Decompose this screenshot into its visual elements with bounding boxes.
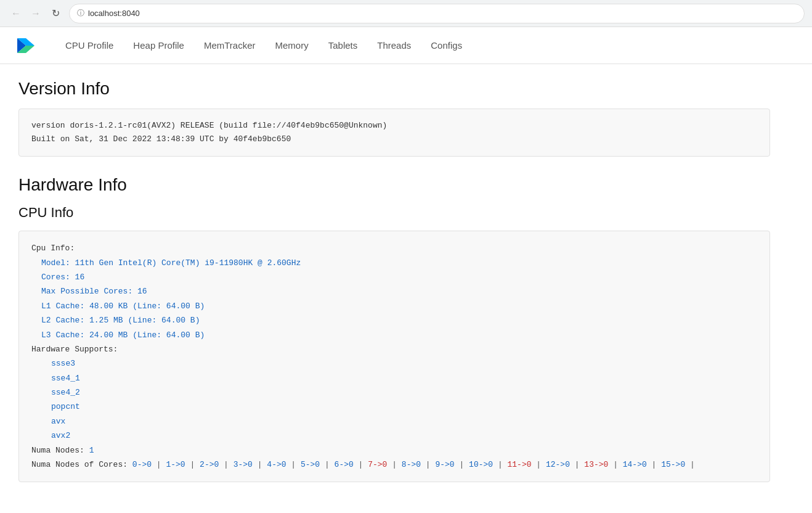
back-button[interactable]: ←: [7, 5, 25, 22]
nav-cpu-profile[interactable]: CPU Profile: [55, 35, 123, 55]
numa-nodes-label: Numa Nodes:: [31, 446, 89, 455]
url-text: localhost:8040: [88, 9, 140, 18]
version-info-title: Version Info: [18, 79, 770, 99]
numa-core-13: 13->0: [584, 460, 608, 469]
cpu-line-5: L2 Cache: 1.25 MB (Line: 64.00 B): [31, 313, 757, 327]
numa-core-2: 2->0: [200, 460, 219, 469]
cpu-hw-popcnt: popcnt: [31, 400, 757, 414]
browser-nav-buttons: ← → ↻: [7, 5, 64, 22]
cpu-info-box: Cpu Info: Model: 11th Gen Intel(R) Core(…: [18, 231, 770, 482]
cpu-hw-ssse3: ssse3: [31, 356, 757, 371]
numa-core-15: 15->0: [661, 460, 685, 469]
numa-core-8: 8->0: [402, 460, 421, 469]
numa-cores-line: Numa Nodes of Cores: 0->0 | 1->0 | 2->0 …: [31, 458, 757, 472]
numa-core-3: 3->0: [233, 460, 253, 469]
cpu-hw-sse42: sse4_2: [31, 385, 757, 400]
cpu-line-4: L1 Cache: 48.00 KB (Line: 64.00 B): [31, 299, 757, 313]
version-line2: Built on Sat, 31 Dec 2022 13:48:39 UTC b…: [31, 133, 757, 146]
numa-core-1: 1->0: [166, 460, 185, 469]
numa-core-5: 5->0: [301, 460, 320, 469]
nav-links: CPU Profile Heap Profile MemTracker Memo…: [55, 35, 472, 55]
cpu-line-6: L3 Cache: 24.00 MB (Line: 64.00 B): [31, 328, 757, 342]
numa-nodes-value: 1: [89, 446, 94, 455]
numa-core-0: 0->0: [132, 460, 152, 469]
reload-button[interactable]: ↻: [47, 5, 64, 22]
numa-core-12: 12->0: [546, 460, 570, 469]
cpu-hw-avx2: avx2: [31, 429, 757, 443]
cpu-hw-avx: avx: [31, 414, 757, 429]
doris-logo-icon: [12, 33, 37, 58]
numa-core-10: 10->0: [469, 460, 493, 469]
numa-core-6: 6->0: [335, 460, 354, 469]
address-bar[interactable]: ⓘ localhost:8040: [69, 4, 805, 23]
cpu-line-1: Model: 11th Gen Intel(R) Core(TM) i9-119…: [31, 256, 757, 270]
app-logo: [12, 33, 37, 58]
cpu-line-3: Max Possible Cores: 16: [31, 284, 757, 298]
cpu-hw-sse41: sse4_1: [31, 371, 757, 385]
main-content: Version Info version doris-1.2.1-rc01(AV…: [0, 64, 789, 497]
nav-memtracker[interactable]: MemTracker: [194, 35, 266, 55]
numa-cores-label: Numa Nodes of Cores:: [31, 460, 132, 469]
cpu-line-0: Cpu Info:: [31, 241, 757, 255]
forward-button[interactable]: →: [27, 5, 44, 22]
lock-icon: ⓘ: [77, 8, 84, 18]
numa-nodes-line: Numa Nodes: 1: [31, 443, 757, 458]
browser-chrome: ← → ↻ ⓘ localhost:8040: [0, 0, 812, 27]
cpu-line-2: Cores: 16: [31, 270, 757, 284]
app-header: CPU Profile Heap Profile MemTracker Memo…: [0, 27, 812, 64]
hardware-info-title: Hardware Info: [18, 175, 770, 195]
numa-core-7: 7->0: [368, 460, 387, 469]
nav-tablets[interactable]: Tablets: [319, 35, 368, 55]
numa-core-9: 9->0: [435, 460, 454, 469]
numa-core-14: 14->0: [623, 460, 647, 469]
cpu-info-title: CPU Info: [18, 205, 770, 221]
numa-core-11: 11->0: [508, 460, 532, 469]
nav-configs[interactable]: Configs: [421, 35, 472, 55]
version-line1: version doris-1.2.1-rc01(AVX2) RELEASE (…: [31, 119, 757, 133]
nav-threads[interactable]: Threads: [367, 35, 421, 55]
nav-memory[interactable]: Memory: [266, 35, 319, 55]
nav-heap-profile[interactable]: Heap Profile: [123, 35, 194, 55]
version-info-box: version doris-1.2.1-rc01(AVX2) RELEASE (…: [18, 109, 770, 157]
cpu-line-hw: Hardware Supports:: [31, 342, 757, 356]
numa-core-4: 4->0: [267, 460, 286, 469]
